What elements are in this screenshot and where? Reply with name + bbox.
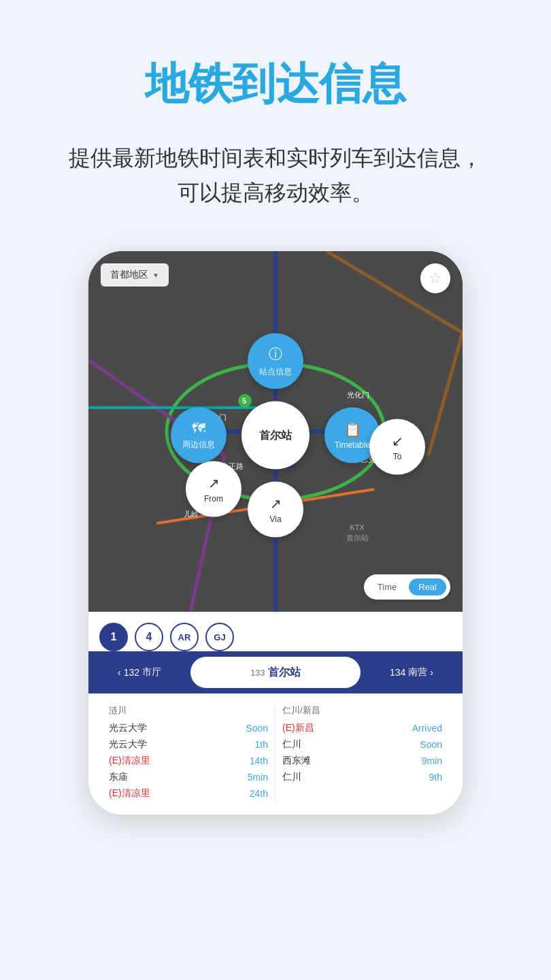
station-name: 光云大学: [109, 722, 147, 734]
arrival-info: 涟川 光云大学 Soon 光云大学 1th (E)清凉里 14th 东庙 5mi…: [88, 693, 463, 815]
arrival-right: 仁川/新昌 (E)新昌 Arrived 仁川 Soon 西东滩 9min 仁川 …: [276, 704, 449, 804]
station-name: (E)清凉里: [109, 755, 150, 767]
arrival-row: (E)清凉里 24th: [109, 787, 268, 800]
star-icon: ☆: [429, 270, 442, 287]
arrival-status: 1th: [255, 739, 268, 750]
next-station-num: 134: [390, 667, 405, 678]
line-badge-ar[interactable]: AR: [170, 623, 199, 651]
to-label: To: [393, 452, 402, 461]
info-icon: ⓘ: [269, 345, 282, 363]
arrival-status: 24th: [250, 788, 268, 799]
station-name: (E)新昌: [282, 722, 314, 734]
right-direction: 仁川/新昌: [282, 704, 442, 717]
timetable-icon: 📋: [344, 421, 361, 438]
arrival-left: 涟川 光云大学 Soon 光云大学 1th (E)清凉里 14th 东庙 5mi…: [102, 704, 276, 804]
via-label: Via: [269, 514, 281, 524]
dropdown-arrow-icon: ▼: [152, 272, 159, 279]
line-badge-gj[interactable]: GJ: [205, 623, 234, 651]
region-selector[interactable]: 首都地区 ▼: [101, 263, 169, 287]
center-station-label: 首尔站: [259, 428, 292, 442]
region-label: 首都地区: [110, 269, 148, 281]
time-toggle[interactable]: Time Real: [364, 574, 450, 600]
arrival-row: 东庙 5min: [109, 771, 268, 783]
svg-text:首尔站: 首尔站: [346, 534, 369, 542]
station-name: 仁川: [282, 738, 301, 751]
via-icon: ↗: [270, 495, 282, 512]
prev-station-num: 132: [124, 667, 139, 678]
arrival-status: Soon: [246, 723, 268, 734]
next-arrow-icon: ›: [430, 667, 433, 678]
current-station-num: 133: [250, 668, 265, 678]
current-station: 133 首尔站: [190, 657, 361, 688]
phone-container: 光化门 西大门 钟阁 乙支路三街 忠正路 儿岭 可岘 KTX 首尔站 5: [0, 238, 551, 815]
prev-station-name: 市厅: [142, 666, 161, 679]
arrival-status: 9min: [422, 755, 442, 766]
real-button[interactable]: Real: [409, 578, 446, 595]
arrival-status: Soon: [420, 739, 442, 750]
timetable-label: Timetable: [335, 440, 370, 450]
station-name: (E)清凉里: [109, 787, 150, 800]
center-station-button[interactable]: 首尔站: [241, 402, 310, 470]
from-label: From: [204, 494, 223, 504]
to-icon: ↙: [392, 433, 403, 449]
page-title: 地铁到达信息: [41, 54, 510, 114]
station-name: 光云大学: [109, 738, 147, 751]
phone-mockup: 光化门 西大门 钟阁 乙支路三街 忠正路 儿岭 可岘 KTX 首尔站 5: [88, 251, 463, 815]
arrival-row: 仁川 9th: [282, 771, 442, 783]
arrival-row: 光云大学 Soon: [109, 722, 268, 734]
arrival-row: (E)新昌 Arrived: [282, 722, 442, 734]
prev-station[interactable]: ‹ 132 市厅: [88, 666, 190, 679]
arrival-row: 仁川 Soon: [282, 738, 442, 751]
arrival-row: 西东滩 9min: [282, 755, 442, 767]
line-badge-1[interactable]: 1: [99, 623, 128, 651]
arrival-status: 5min: [248, 772, 268, 783]
map-icon: 🗺: [192, 421, 205, 436]
to-button[interactable]: ↙ To: [369, 419, 425, 475]
map-area[interactable]: 光化门 西大门 钟阁 乙支路三街 忠正路 儿岭 可岘 KTX 首尔站 5: [88, 251, 463, 612]
current-station-name: 首尔站: [268, 666, 301, 680]
from-icon: ↗: [208, 475, 220, 491]
nearby-label: 周边信息: [182, 439, 215, 451]
nearby-info-button[interactable]: 🗺 周边信息: [171, 408, 227, 463]
station-info-button[interactable]: ⓘ 站点信息: [248, 333, 303, 389]
station-name: 东庙: [109, 771, 128, 783]
next-station-name: 南营: [408, 666, 427, 679]
arrival-status: 9th: [429, 772, 442, 783]
header-section: 地铁到达信息 提供最新地铁时间表和实时列车到达信息，可以提高移动效率。: [0, 0, 551, 238]
radial-menu: ⓘ 站点信息 🗺 周边信息 📋 Timetable ↗ From: [180, 340, 371, 531]
arrival-row: (E)清凉里 14th: [109, 755, 268, 767]
next-station[interactable]: 134 南营 ›: [361, 666, 463, 679]
station-nav: ‹ 132 市厅 133 首尔站 134 南营 ›: [88, 651, 463, 693]
arrival-status: Arrived: [412, 723, 442, 734]
station-name: 西东滩: [282, 755, 311, 767]
line-tabs: 1 4 AR GJ: [88, 612, 463, 651]
line-badge-4[interactable]: 4: [135, 623, 163, 651]
station-name: 仁川: [282, 771, 301, 783]
page-description: 提供最新地铁时间表和实时列车到达信息，可以提高移动效率。: [41, 141, 510, 210]
left-direction: 涟川: [109, 704, 268, 717]
arrival-row: 光云大学 1th: [109, 738, 268, 751]
arrival-status: 14th: [250, 755, 268, 766]
from-button[interactable]: ↗ From: [186, 461, 241, 517]
prev-arrow-icon: ‹: [118, 667, 121, 678]
time-button[interactable]: Time: [368, 578, 406, 595]
station-info-label: 站点信息: [259, 366, 292, 378]
via-button[interactable]: ↗ Via: [248, 482, 303, 538]
